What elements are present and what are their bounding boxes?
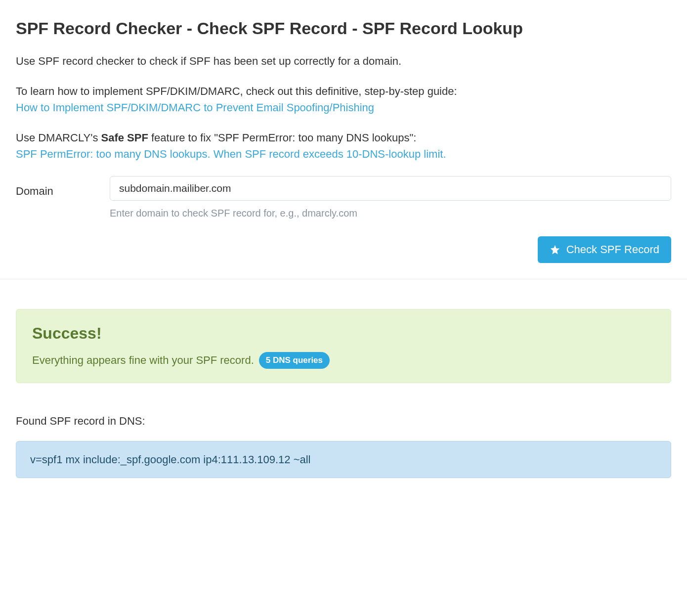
success-title: Success! (32, 321, 655, 345)
found-record-heading: Found SPF record in DNS: (16, 413, 671, 429)
check-spf-button[interactable]: Check SPF Record (538, 236, 671, 263)
safespf-bold: Safe SPF (101, 132, 148, 144)
star-icon (550, 244, 560, 255)
intro-text: Use SPF record checker to check if SPF h… (16, 53, 671, 69)
permerror-link[interactable]: SPF PermError: too many DNS lookups. Whe… (16, 148, 446, 160)
success-message: Everything appears fine with your SPF re… (32, 352, 254, 368)
success-body: Everything appears fine with your SPF re… (32, 352, 655, 369)
safespf-paragraph: Use DMARCLY's Safe SPF feature to fix "S… (16, 130, 671, 162)
dns-queries-badge: 5 DNS queries (259, 352, 330, 369)
safespf-pre: Use DMARCLY's (16, 132, 101, 144)
safespf-post: feature to fix "SPF PermError: too many … (148, 132, 417, 144)
success-alert: Success! Everything appears fine with yo… (16, 309, 671, 383)
section-divider (0, 279, 687, 279)
guide-intro-text: To learn how to implement SPF/DKIM/DMARC… (16, 85, 457, 97)
domain-form-row: Domain Enter domain to check SPF record … (16, 176, 671, 220)
spf-record-box: v=spf1 mx include:_spf.google.com ip4:11… (16, 441, 671, 478)
domain-label: Domain (16, 176, 110, 199)
guide-link[interactable]: How to Implement SPF/DKIM/DMARC to Preve… (16, 101, 374, 114)
guide-paragraph: To learn how to implement SPF/DKIM/DMARC… (16, 83, 671, 116)
domain-help-text: Enter domain to check SPF record for, e.… (110, 206, 671, 220)
domain-field-wrapper: Enter domain to check SPF record for, e.… (110, 176, 671, 220)
button-row: Check SPF Record (16, 236, 671, 263)
check-spf-button-label: Check SPF Record (566, 243, 659, 256)
domain-input[interactable] (110, 176, 671, 201)
page-title: SPF Record Checker - Check SPF Record - … (16, 16, 671, 41)
